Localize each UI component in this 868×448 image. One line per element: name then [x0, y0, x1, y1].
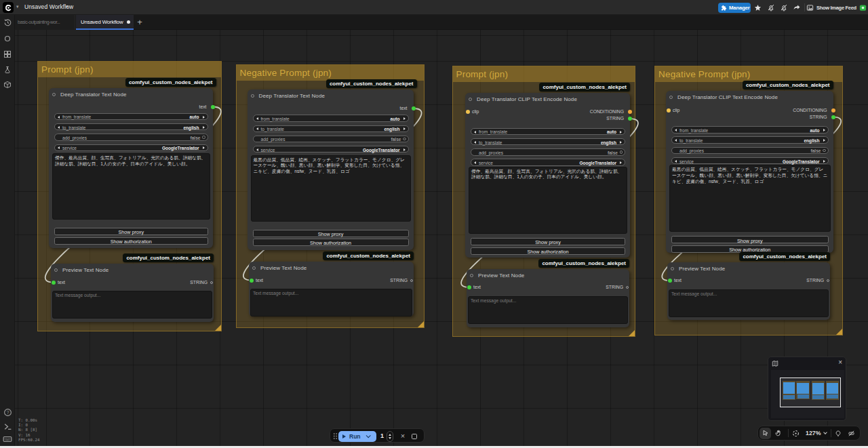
button-show-authorization[interactable]: Show authorization: [471, 247, 625, 255]
preview-node-body[interactable]: Preview Text NodetextSTRINGText message …: [51, 264, 214, 322]
stepper-up-icon[interactable]: [389, 434, 391, 436]
stop-icon[interactable]: [412, 434, 417, 439]
combo-right-arrow-icon[interactable]: [620, 141, 622, 144]
combo-right-arrow-icon[interactable]: [823, 129, 825, 131]
collapse-dot-icon[interactable]: [52, 93, 56, 96]
collapse-dot-icon[interactable]: [469, 98, 472, 101]
port-dot-9a9a9a[interactable]: [626, 286, 629, 289]
button-show-proxy[interactable]: Show proxy: [671, 236, 829, 243]
port-dot-3fd43c[interactable]: [250, 279, 254, 283]
button-show-proxy[interactable]: Show proxy: [471, 238, 625, 245]
combo-right-arrow-icon[interactable]: [823, 160, 825, 163]
combo-left-arrow-icon[interactable]: [675, 139, 677, 142]
tab-unsaved-workflow[interactable]: Unsaved Workflow: [76, 15, 134, 30]
workflow-caret-icon[interactable]: ▾: [66, 4, 68, 9]
graph-canvas[interactable]: Prompt (jpn)Negative Prompt (jpn)Prompt …: [15, 30, 868, 446]
translator-node-body[interactable]: Deep Translator CLIP Text Encode Nodecli…: [666, 91, 833, 253]
keyboard-icon[interactable]: [0, 432, 15, 447]
combo-left-arrow-icon[interactable]: [474, 131, 476, 134]
widget-from_translate[interactable]: from_translateauto: [54, 113, 208, 120]
combo-left-arrow-icon[interactable]: [58, 126, 60, 129]
combo-right-arrow-icon[interactable]: [203, 126, 205, 129]
minimap-panel[interactable]: ×: [768, 357, 846, 421]
widget-to_translate[interactable]: to_translateenglish: [471, 138, 625, 145]
minimap-toggle-icon[interactable]: [772, 360, 778, 367]
combo-right-arrow-icon[interactable]: [403, 117, 406, 120]
collapse-dot-icon[interactable]: [54, 268, 58, 272]
workflows-icon[interactable]: [0, 62, 15, 77]
preview-node-body[interactable]: Preview Text NodetextSTRINGText message …: [467, 269, 629, 328]
toggle-dot-icon[interactable]: [620, 150, 623, 154]
preview-textarea[interactable]: Text message output...: [468, 296, 628, 324]
run-button[interactable]: Run: [338, 431, 376, 442]
combo-right-arrow-icon[interactable]: [403, 148, 406, 151]
templates-icon[interactable]: [0, 77, 15, 92]
clear-queue-icon[interactable]: ×: [398, 431, 408, 441]
port-dot-3fd43c[interactable]: [52, 281, 56, 285]
minimap-content[interactable]: [771, 370, 844, 418]
collapse-dot-icon[interactable]: [671, 267, 674, 270]
stepper-down-icon[interactable]: [389, 437, 391, 439]
image-feed-group[interactable]: Show Image Feed: [806, 2, 867, 13]
widget-add_proxies[interactable]: add_proxiesfalse: [471, 148, 625, 155]
image-feed-toggle-icon[interactable]: [859, 4, 867, 12]
button-show-authorization[interactable]: Show authorization: [253, 239, 409, 246]
widget-to_translate[interactable]: to_translateenglish: [253, 125, 409, 132]
combo-right-arrow-icon[interactable]: [403, 127, 406, 130]
preview-node-body[interactable]: Preview Text NodetextSTRINGText message …: [667, 262, 830, 320]
widget-to_translate[interactable]: to_translateenglish: [671, 136, 829, 143]
help-icon[interactable]: ?: [0, 405, 15, 420]
widget-add_proxies[interactable]: add_proxiesfalse: [671, 147, 829, 154]
preview-textarea[interactable]: Text message output...: [52, 291, 212, 319]
toggle-dot-icon[interactable]: [823, 149, 826, 152]
port-dot-9a9a9a[interactable]: [827, 279, 829, 282]
logo-caret-icon[interactable]: ▾: [16, 4, 19, 9]
widget-from_translate[interactable]: from_translateauto: [671, 126, 829, 133]
run-options-chevron-icon[interactable]: [366, 433, 370, 438]
new-tab-button[interactable]: +: [134, 15, 146, 30]
combo-right-arrow-icon[interactable]: [203, 116, 205, 119]
port-dot-3fd43c[interactable]: [831, 115, 835, 119]
prompt-textarea[interactable]: 最悪の品質、低品質、絵画、スケッチ、フラットカラー、モノクロ、グレースケール、醜…: [251, 155, 411, 222]
manager-button[interactable]: Manager: [718, 3, 751, 13]
prompt-textarea[interactable]: 傑作、最高品質、顔、生写真、フォトリアル、光沢のある肌、詳細な肌、詳細な肌、詳細…: [469, 167, 627, 234]
combo-right-arrow-icon[interactable]: [823, 139, 825, 142]
queue-history-icon[interactable]: [0, 15, 15, 30]
port-dot-3fd43c[interactable]: [412, 106, 416, 110]
combo-left-arrow-icon[interactable]: [256, 127, 258, 130]
toggle-dot-icon[interactable]: [202, 136, 205, 139]
drag-handle-icon[interactable]: [333, 432, 338, 440]
combo-left-arrow-icon[interactable]: [256, 117, 258, 120]
group-resize-handle[interactable]: [418, 321, 424, 327]
tab-basic-outpainting[interactable]: basic-outpainting-wor...: [15, 15, 75, 30]
widget-add_proxies[interactable]: add_proxiesfalse: [253, 136, 409, 142]
collapse-dot-icon[interactable]: [669, 96, 673, 99]
widget-from_translate[interactable]: from_translateauto: [471, 128, 625, 135]
collapse-dot-icon[interactable]: [251, 94, 254, 98]
group-resize-handle[interactable]: [215, 325, 221, 331]
combo-left-arrow-icon[interactable]: [58, 146, 60, 149]
toggle-dot-icon[interactable]: [403, 138, 406, 141]
prompt-textarea[interactable]: 最悪の品質、低品質、絵画、スケッチ、フラットカラー、モノクロ、グレースケール、醜…: [669, 165, 831, 232]
combo-left-arrow-icon[interactable]: [474, 161, 476, 164]
lightbulb-icon[interactable]: [833, 428, 844, 439]
button-show-proxy[interactable]: Show proxy: [253, 230, 409, 237]
select-tool-icon[interactable]: [760, 428, 771, 439]
translator-node-body[interactable]: Deep Translator Text Nodetextfrom_transl…: [49, 88, 213, 249]
model-library-icon[interactable]: [0, 47, 15, 62]
minimap-close-icon[interactable]: ×: [838, 359, 842, 366]
translator-node-body[interactable]: Deep Translator CLIP Text Encode Nodecli…: [465, 93, 630, 258]
combo-left-arrow-icon[interactable]: [58, 116, 60, 119]
widget-service[interactable]: serviceGoogleTranslator: [253, 146, 409, 152]
combo-right-arrow-icon[interactable]: [203, 146, 205, 149]
widget-service[interactable]: serviceGoogleTranslator: [671, 157, 829, 164]
preview-textarea[interactable]: Text message output...: [250, 289, 412, 317]
port-dot-efc14d[interactable]: [466, 110, 470, 114]
pan-tool-icon[interactable]: [772, 428, 784, 439]
port-dot-9a9a9a[interactable]: [210, 281, 213, 284]
group-resize-handle[interactable]: [629, 330, 635, 336]
combo-left-arrow-icon[interactable]: [474, 141, 476, 144]
bell-slash-icon-2[interactable]: [778, 2, 789, 13]
port-dot-efc14d[interactable]: [667, 108, 671, 113]
widget-to_translate[interactable]: to_translateenglish: [54, 123, 208, 130]
